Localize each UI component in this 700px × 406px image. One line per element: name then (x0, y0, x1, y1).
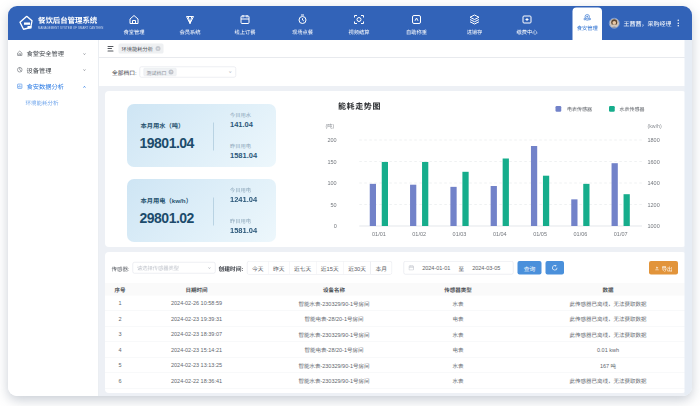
svg-text:01/07: 01/07 (614, 231, 628, 237)
svg-text:1000: 1000 (648, 223, 660, 229)
svg-text:01/02: 01/02 (412, 231, 426, 237)
svg-text:1200: 1200 (648, 202, 660, 208)
svg-text:01/03: 01/03 (453, 231, 467, 237)
svg-text:01/01: 01/01 (372, 231, 386, 237)
svg-text:水表传感器: 水表传感器 (620, 106, 645, 112)
svg-text:01/05: 01/05 (533, 231, 547, 237)
svg-text:200: 200 (328, 137, 337, 143)
svg-text:1600: 1600 (648, 159, 660, 165)
svg-text:01/04: 01/04 (493, 231, 507, 237)
svg-text:01/06: 01/06 (574, 231, 588, 237)
svg-text:电表传感器: 电表传感器 (567, 106, 592, 112)
svg-text:(kw/h): (kw/h) (648, 123, 663, 129)
svg-text:0: 0 (334, 223, 337, 229)
svg-text:能耗走势图: 能耗走势图 (338, 102, 381, 111)
svg-text:1400: 1400 (648, 180, 660, 186)
svg-text:(吨): (吨) (326, 123, 335, 129)
svg-text:50: 50 (331, 202, 337, 208)
svg-text:150: 150 (328, 159, 337, 165)
svg-text:100: 100 (328, 180, 337, 186)
svg-text:1800: 1800 (648, 137, 660, 143)
